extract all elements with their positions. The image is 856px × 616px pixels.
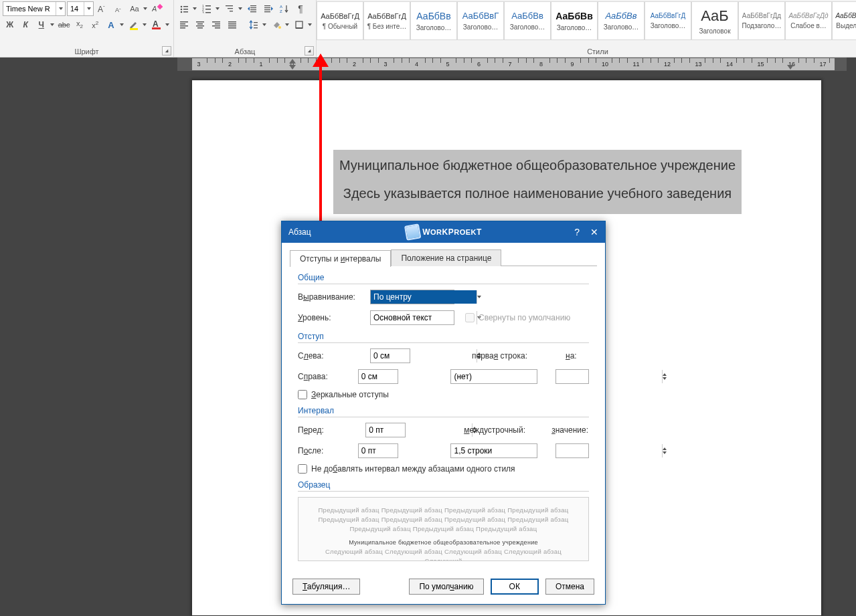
svg-rect-48 (228, 25, 236, 27)
numbering-button[interactable]: 123 (199, 1, 221, 16)
svg-rect-16 (205, 5, 211, 7)
superscript-button[interactable]: x2 (88, 17, 102, 32)
font-dialog-launcher[interactable] (162, 46, 171, 56)
spacing-amount-field[interactable] (555, 443, 589, 458)
change-case-button[interactable]: Aa (127, 1, 149, 16)
multilevel-button[interactable] (222, 1, 244, 16)
chevron-down-icon[interactable] (49, 17, 56, 32)
tab-indents[interactable]: Отступы и интервалы (290, 250, 391, 267)
right-label: Справа: (298, 372, 351, 381)
align-select[interactable] (370, 290, 454, 304)
shading-button[interactable] (269, 17, 290, 32)
close-icon[interactable]: ✕ (590, 227, 598, 237)
chevron-down-icon[interactable] (261, 17, 268, 32)
style-tile-4[interactable]: АаБбВвЗаголово… (504, 1, 551, 40)
style-tile-6[interactable]: АаБбВвЗаголово… (598, 1, 645, 40)
font-name-combo[interactable] (3, 1, 66, 16)
group-font: Aˆ Aˇ Aa A Ж К Ч ab (0, 0, 174, 57)
style-tile-5[interactable]: АаБбВвЗаголово… (551, 1, 598, 40)
preview-current: Муниципальное бюджетное общеобразователь… (312, 538, 575, 547)
bullets-button[interactable] (177, 1, 198, 16)
tabs-button[interactable]: Табуляция… (292, 579, 360, 595)
ruler[interactable]: 32101234567891011121314151617 (177, 58, 847, 71)
chevron-down-icon[interactable] (307, 17, 313, 32)
decrease-indent-icon[interactable] (245, 1, 260, 16)
chevron-down-icon[interactable] (164, 17, 171, 32)
svg-rect-49 (228, 27, 236, 29)
help-icon[interactable]: ? (574, 227, 580, 237)
indent-left-field[interactable] (370, 348, 410, 363)
pilcrow-icon[interactable]: ¶ (293, 1, 308, 16)
style-tile-1[interactable]: АаБбВвГгД¶ Без инте… (363, 1, 410, 40)
style-tile-9[interactable]: АаБбВвГгДдПодзаголо… (738, 1, 785, 40)
underline-button[interactable]: Ч (34, 17, 56, 32)
justify-icon[interactable] (225, 17, 240, 32)
text-effects-button[interactable]: A (104, 17, 125, 32)
align-left-icon[interactable] (177, 17, 191, 32)
chevron-down-icon[interactable] (284, 17, 290, 32)
subscript-button[interactable]: x2 (72, 17, 86, 32)
svg-rect-52 (254, 27, 258, 28)
chevron-down-icon[interactable] (84, 2, 93, 15)
sort-button[interactable]: AZ (277, 1, 292, 16)
chevron-down-icon[interactable] (141, 17, 148, 32)
shrink-font-icon[interactable]: Aˇ (111, 1, 126, 16)
style-tile-11[interactable]: АаБбВвГгДдВыделени… (832, 1, 856, 40)
chevron-down-icon[interactable] (56, 2, 65, 15)
align-center-icon[interactable] (193, 17, 207, 32)
borders-button[interactable] (292, 17, 313, 32)
svg-rect-10 (183, 6, 188, 7)
chevron-down-icon[interactable] (142, 1, 149, 16)
default-button[interactable]: По умолчанию (409, 579, 483, 595)
linespacing-select[interactable] (450, 443, 537, 458)
style-tile-10[interactable]: АаБбВвГгДдСлабое в… (785, 1, 832, 40)
highlight-button[interactable] (126, 17, 148, 32)
after-label: После: (298, 446, 351, 455)
style-tile-0[interactable]: АаБбВвГгД¶ Обычный (317, 1, 363, 40)
firstline-select[interactable] (450, 369, 537, 384)
indent-right-field[interactable] (358, 369, 398, 384)
chevron-down-icon[interactable] (118, 17, 125, 32)
svg-rect-44 (212, 25, 220, 27)
space-after-field[interactable] (358, 443, 398, 458)
chevron-down-icon[interactable] (191, 1, 198, 16)
chevron-down-icon[interactable] (237, 1, 244, 16)
strike-button[interactable]: abc (57, 17, 71, 32)
svg-rect-40 (196, 25, 204, 27)
chevron-down-icon[interactable] (477, 290, 481, 304)
grow-font-icon[interactable]: Aˆ (95, 1, 110, 16)
align-right-icon[interactable] (209, 17, 224, 32)
spinner-icon[interactable] (662, 444, 667, 457)
arrow-icon (313, 54, 329, 67)
noadd-checkbox[interactable]: Не добавлять интервал между абзацами одн… (298, 464, 515, 474)
clear-format-icon[interactable]: A (150, 1, 165, 16)
italic-button[interactable]: К (18, 17, 32, 32)
dialog-title: Абзац (288, 227, 311, 237)
font-size-combo[interactable] (67, 1, 94, 16)
sec-sample: Образец (298, 480, 589, 492)
line-spacing-button[interactable] (246, 17, 268, 32)
font-color-button[interactable]: A (149, 17, 171, 32)
mirror-checkbox[interactable]: Зеркальные отступы (298, 390, 389, 399)
svg-rect-26 (250, 9, 256, 10)
bold-button[interactable]: Ж (3, 17, 17, 32)
style-tile-3[interactable]: АаБбВвГЗаголово… (457, 1, 504, 40)
spinner-icon[interactable] (662, 370, 667, 383)
dialog-titlebar[interactable]: Абзац WORKPROEKT ? ✕ (282, 221, 605, 243)
space-before-field[interactable] (365, 423, 406, 437)
tab-pagepos[interactable]: Положение на странице (391, 249, 501, 266)
style-tile-7[interactable]: АаБбВвГгДЗаголово… (645, 1, 691, 40)
style-tile-8[interactable]: АаБЗаголовок (691, 1, 738, 40)
level-select[interactable] (370, 310, 454, 325)
cancel-button[interactable]: Отмена (545, 579, 594, 595)
style-tile-2[interactable]: АаБбВвЗаголово… (410, 1, 457, 40)
svg-text:A: A (152, 5, 157, 13)
ok-button[interactable]: ОК (491, 579, 539, 595)
dialog-buttons: Табуляция… По умолчанию ОК Отмена (282, 571, 605, 604)
indent-by-field[interactable] (555, 369, 589, 384)
svg-rect-41 (197, 27, 203, 29)
svg-rect-30 (264, 9, 270, 10)
svg-rect-29 (264, 7, 270, 8)
increase-indent-icon[interactable] (261, 1, 276, 16)
chevron-down-icon[interactable] (214, 1, 221, 16)
